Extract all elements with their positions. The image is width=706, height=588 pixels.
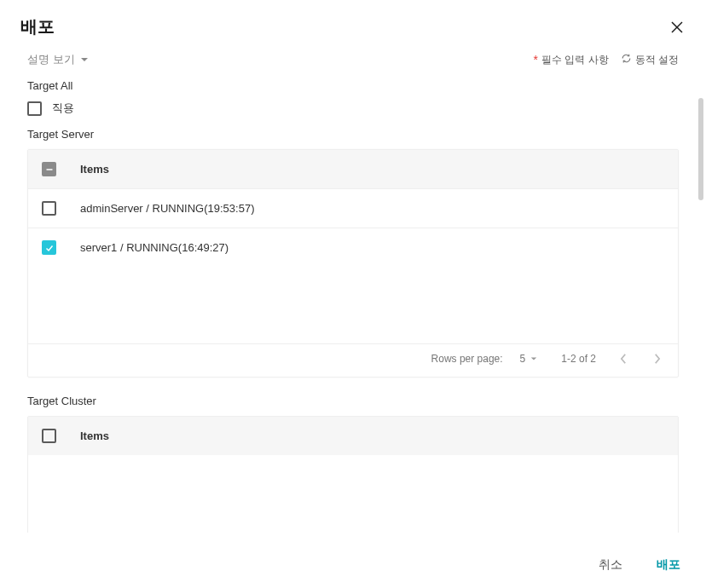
target-all-checkbox[interactable] — [27, 101, 42, 116]
refresh-icon — [621, 53, 632, 66]
table-header: Items — [28, 417, 678, 455]
dialog-title: 배포 — [20, 15, 55, 38]
row-checkbox[interactable] — [42, 201, 56, 216]
table-header: Items — [28, 150, 678, 188]
target-server-label: Target Server — [27, 128, 679, 141]
dialog-footer: 취소 배포 — [0, 542, 706, 588]
next-page-button[interactable] — [653, 353, 661, 365]
rows-per-page-select[interactable]: 5 — [520, 353, 538, 365]
close-button[interactable] — [668, 19, 686, 36]
column-items-label: Items — [80, 163, 109, 176]
check-icon — [44, 243, 55, 253]
target-cluster-label: Target Cluster — [27, 395, 679, 407]
scrollbar[interactable] — [698, 98, 703, 200]
close-icon — [669, 20, 685, 35]
legend-required: * 필수 입력 사항 — [534, 53, 609, 67]
caret-down-icon — [530, 355, 537, 362]
row-item-text: adminServer / RUNNING(19:53:57) — [80, 202, 254, 215]
asterisk-icon: * — [534, 53, 538, 66]
legend-dynamic-label: 동적 설정 — [635, 53, 679, 67]
table-row: adminServer / RUNNING(19:53:57) — [28, 188, 678, 228]
rows-per-page-label: Rows per page: — [431, 353, 503, 365]
description-toggle[interactable]: 설명 보기 — [27, 52, 89, 67]
description-toggle-label: 설명 보기 — [27, 52, 75, 67]
column-items-label: Items — [80, 429, 109, 442]
indeterminate-icon — [44, 164, 55, 175]
empty-body — [28, 455, 678, 533]
select-all-checkbox[interactable] — [42, 162, 56, 176]
submit-button[interactable]: 배포 — [657, 557, 680, 573]
legend-dynamic: 동적 설정 — [621, 53, 679, 67]
target-all-label: Target All — [27, 79, 679, 92]
row-checkbox[interactable] — [42, 240, 56, 255]
target-server-table: Items adminServer / RUNNING(19:53:57) se… — [27, 149, 679, 378]
legend-required-label: 필수 입력 사항 — [541, 53, 609, 67]
select-all-checkbox[interactable] — [42, 429, 56, 443]
prev-page-button[interactable] — [620, 353, 628, 365]
legend: * 필수 입력 사항 동적 설정 — [534, 53, 679, 67]
table-row: server1 / RUNNING(16:49:27) — [28, 228, 678, 267]
chevron-right-icon — [653, 353, 661, 365]
rows-per-page-value: 5 — [520, 353, 526, 365]
caret-down-icon — [80, 55, 89, 64]
cancel-button[interactable]: 취소 — [599, 557, 622, 573]
chevron-left-icon — [620, 353, 628, 365]
table-pagination: Rows per page: 5 1-2 of 2 — [28, 343, 678, 377]
page-range: 1-2 of 2 — [561, 353, 596, 365]
target-all-apply-label: 직용 — [52, 101, 74, 116]
target-cluster-table: Items — [27, 416, 679, 533]
row-item-text: server1 / RUNNING(16:49:27) — [80, 241, 229, 254]
